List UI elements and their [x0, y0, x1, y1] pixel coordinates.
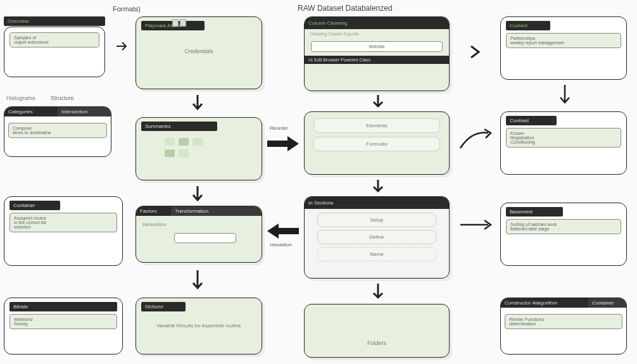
c1-box1-inner-sub: output extensions: [14, 40, 95, 44]
mini-icons: [172, 19, 186, 27]
blob: [165, 138, 175, 146]
c4-box4-l1: Render Functions: [509, 317, 618, 322]
chevron-right-icon: [469, 44, 482, 60]
mini-icon: [180, 19, 186, 27]
arrow-right-icon: [459, 127, 495, 152]
arrow-right-big-icon: Reorder: [266, 134, 300, 153]
blob: [165, 149, 175, 157]
heading-main: RAW Dataset Databalenzed: [298, 4, 393, 13]
arrow-down-icon: [370, 94, 386, 110]
c4-box2: Contrast Known Registration Conditioning: [500, 111, 627, 175]
c1-box3-l2: in the correct list: [14, 220, 113, 225]
c4-box1-bar: Content: [506, 21, 550, 30]
c3-box2-pill1: Elements: [313, 118, 440, 133]
c3-box1-bar: Column Cleaning: [305, 17, 449, 29]
blob: [192, 138, 203, 146]
c2-box2-bar: Summaries: [141, 122, 217, 131]
arrow-right-icon: [459, 215, 495, 234]
heading-histograms: Histograms: [6, 95, 35, 101]
arrow-down-icon: [190, 185, 205, 204]
blob: [179, 149, 189, 157]
heading-formats: Formats): [113, 5, 141, 13]
blob: [179, 138, 189, 146]
c1-box2-inner-title: Compose: [13, 126, 103, 130]
c1-box2-bar1: Categories: [4, 107, 58, 116]
arrow-down-icon: [190, 94, 205, 113]
c3-box4-center: Folders: [310, 340, 444, 346]
c2-box1: Playmark Attach Credentials: [136, 16, 262, 89]
c4-box3-l2: flattened later stage: [510, 227, 617, 231]
c3-box2-pill2: Formulas: [313, 137, 440, 151]
svg-marker-0: [267, 136, 299, 151]
c2-box1-center: Credentials: [141, 48, 256, 54]
c1-box3-inner: Assigned choice in the correct list sele…: [9, 213, 117, 232]
c3-box1-sub: Cleaning Cluster Exports: [305, 32, 449, 39]
c3-box4: Folders: [304, 304, 450, 358]
c2-box4-inner: Variable Results for Assemble routine: [141, 323, 256, 329]
c1-box4: Bitrate Weekend Survey: [4, 298, 123, 355]
c1-box3-l1: Assigned choice: [14, 216, 113, 220]
c2-box3: Factors Transformation transactions: [136, 206, 262, 263]
c4-box1-inner: Partnerships weekly report management: [506, 33, 621, 48]
c4-box4: Constructor Alalgorithm Container Render…: [500, 298, 627, 355]
c2-box3-bar2: Transformation: [171, 206, 262, 216]
blobs: [165, 138, 209, 157]
c4-box3-inner: Sorting of batched work flattened later …: [506, 219, 621, 234]
heading-structure: Structure: [51, 95, 74, 101]
c4-box2-l2: Registration: [510, 135, 617, 140]
c2-box4-bar: Dictionn: [141, 302, 186, 311]
c3-box3-pill1: Setup: [317, 213, 436, 227]
arrow-down-icon: [557, 84, 572, 106]
c2-box3-bar1: Factors: [136, 206, 171, 216]
c1-box4-inner-title: Weekend: [14, 317, 113, 322]
arrow-left-big-icon: resolution: [266, 222, 300, 241]
mini-icon: [172, 19, 179, 27]
c4-box2-l1: Known: [510, 131, 617, 135]
c1-box1-bar: Overview: [4, 16, 105, 26]
arrow-down-icon: [370, 179, 386, 195]
arrow-down-icon: [190, 269, 205, 292]
c1-box3-l3: selected: [14, 225, 113, 229]
c4-box2-l3: Conditioning: [510, 140, 617, 144]
c2-box4: Dictionn Variable Results for Assemble r…: [136, 298, 262, 355]
c1-box2-inner-sub: items to dominatine: [13, 130, 103, 135]
c3-box3-bar: In Sections: [305, 197, 449, 209]
svg-marker-1: [267, 223, 299, 239]
c3-box1: Column Cleaning Cleaning Cluster Exports…: [304, 16, 450, 91]
c1-box4-bar: Bitrate: [9, 302, 117, 311]
c4-box1-inner-title: Partnerships: [510, 36, 617, 41]
arrow-down-icon: [370, 282, 386, 301]
c4-box3-bar: Basement: [506, 207, 563, 217]
arrow-label-resolution: resolution: [270, 242, 292, 248]
c1-box4-inner-sub: Survey: [14, 322, 113, 326]
c1-box2: Categories Intersection Compose items to…: [4, 106, 111, 157]
c1-box1-inner: Samples of output extensions: [9, 32, 99, 47]
c2-box3-inner: [174, 233, 236, 243]
c1-box3: Container Assigned choice in the correct…: [4, 196, 123, 266]
c4-box3-l1: Sorting of batched work: [510, 222, 617, 227]
c3-box1-footer: v1 Edit Browser Powered Class: [305, 56, 449, 64]
c4-box2-bar: Contrast: [506, 116, 557, 125]
c4-box4-bar1: Constructor Alalgorithm: [501, 298, 588, 308]
c1-box1: Samples of output extensions: [4, 27, 105, 77]
c1-box2-inner: Compose items to dominatine: [8, 123, 107, 138]
c4-box1: Content Partnerships weekly report manag…: [500, 16, 627, 80]
arrow-right-icon: [115, 41, 129, 52]
arrow-label-reorder: Reorder: [270, 125, 288, 131]
c4-box4-inner: Render Functions determination: [505, 314, 622, 329]
c3-box3: In Sections Setup Define Name: [304, 196, 450, 279]
c3-box2: Elements Formulas: [304, 111, 450, 175]
c3-box3-pill2: Define: [317, 230, 436, 244]
c4-box2-inner: Known Registration Conditioning: [506, 128, 621, 147]
c4-box1-inner-sub: weekly report management: [510, 41, 617, 45]
c1-box1-inner-title: Samples of: [14, 35, 95, 40]
c4-box3: Basement Sorting of batched work flatten…: [500, 203, 627, 266]
c3-box1-center: Website: [311, 41, 443, 52]
c4-box4-l2: determination: [509, 322, 618, 326]
c1-box2-bar2: Intersection: [58, 107, 111, 116]
c1-box3-bar: Container: [9, 201, 60, 210]
c4-box4-bar2: Container: [588, 298, 626, 308]
c1-box4-inner: Weekend Survey: [9, 314, 117, 329]
c2-box3-sub: transactions: [136, 218, 262, 230]
c3-box3-pill3: Name: [317, 247, 436, 261]
